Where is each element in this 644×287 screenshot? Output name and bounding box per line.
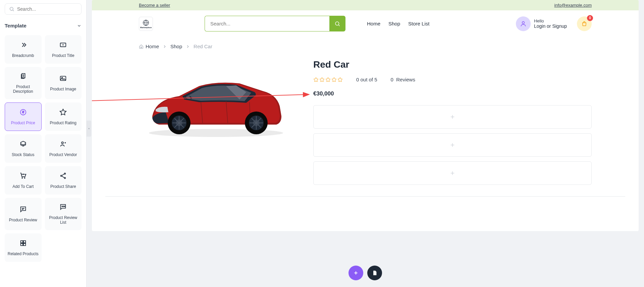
price-icon xyxy=(19,109,27,116)
template-card-label: Product Description xyxy=(7,84,39,94)
plus-icon xyxy=(449,142,455,148)
product-price: €30,000 xyxy=(313,90,592,97)
stock-icon xyxy=(19,140,27,148)
become-seller-link[interactable]: Become a seller xyxy=(139,3,170,8)
top-banner: Become a seller info@example.com xyxy=(92,0,639,10)
template-card-product-review[interactable]: Product Review xyxy=(5,198,42,230)
breadcrumb: Home Shop Red Car xyxy=(92,37,639,53)
preview-canvas: Become a seller info@example.com Marketp… xyxy=(92,0,639,231)
template-card-label: Product Image xyxy=(50,87,76,91)
rating-icon xyxy=(59,109,67,116)
plus-icon xyxy=(449,114,455,120)
product-title: Red Car xyxy=(313,59,592,70)
template-card-product-price[interactable]: Product Price xyxy=(5,102,42,131)
plus-icon xyxy=(353,270,359,276)
template-card-label: Product Review List xyxy=(48,215,79,225)
placeholder-block-2[interactable] xyxy=(313,133,592,157)
chevron-left-icon xyxy=(88,127,90,130)
template-card-product-share[interactable]: Product Share xyxy=(45,166,82,195)
breadcrumb-icon xyxy=(19,41,27,49)
main-search-input[interactable] xyxy=(205,16,329,31)
placeholder-block-3[interactable] xyxy=(313,161,592,185)
svg-point-17 xyxy=(335,22,339,25)
grid-icon xyxy=(19,239,27,247)
cart-icon xyxy=(19,172,27,180)
svg-rect-15 xyxy=(23,243,25,245)
template-card-label: Product Rating xyxy=(50,121,76,125)
nav-home[interactable]: Home xyxy=(367,21,380,26)
svg-rect-13 xyxy=(23,240,25,242)
placeholder-block-1[interactable] xyxy=(313,105,592,129)
hello-text: Hello xyxy=(534,18,567,23)
star-icon xyxy=(319,77,325,82)
template-card-label: Stock Status xyxy=(12,152,34,157)
bag-icon xyxy=(581,21,587,27)
template-card-breadcrumb[interactable]: Breadcrumb xyxy=(5,35,42,64)
user-avatar[interactable] xyxy=(516,16,531,31)
template-card-product-image[interactable]: Product Image xyxy=(45,67,82,99)
star-icon xyxy=(325,77,331,82)
add-fab[interactable] xyxy=(348,266,363,280)
main-search-button[interactable] xyxy=(329,16,345,31)
template-card-stock-status[interactable]: Stock Status xyxy=(5,134,42,163)
template-card-label: Product Review xyxy=(9,218,37,222)
sidebar-search-input[interactable] xyxy=(17,6,77,12)
chevron-down-icon xyxy=(77,23,82,28)
breadcrumb-home[interactable]: Home xyxy=(139,44,159,49)
nav-shop[interactable]: Shop xyxy=(388,21,400,26)
star-icon xyxy=(337,77,343,82)
template-card-label: Product Title xyxy=(52,53,74,58)
car-illustration xyxy=(139,69,293,143)
home-icon xyxy=(139,44,144,49)
plus-icon xyxy=(449,170,455,176)
rating-text: 0 out of 5 xyxy=(356,77,377,82)
chevron-right-icon xyxy=(185,44,190,49)
title-icon xyxy=(59,41,67,49)
svg-point-8 xyxy=(64,177,66,178)
svg-rect-12 xyxy=(20,240,22,242)
template-card-product-title[interactable]: Product Title xyxy=(45,35,82,64)
page-icon xyxy=(372,270,377,276)
template-section-header[interactable]: Template xyxy=(5,20,82,31)
template-card-product-vendor[interactable]: Product Vendor xyxy=(45,134,82,163)
reviews-text: 0 Reviews xyxy=(391,77,415,82)
sidebar-search[interactable] xyxy=(5,3,82,15)
template-card-product-rating[interactable]: Product Rating xyxy=(45,102,82,131)
contact-email-link[interactable]: info@example.com xyxy=(554,3,592,8)
template-card-label: Product Vendor xyxy=(49,152,77,157)
sidebar-collapse-handle[interactable] xyxy=(87,121,91,137)
description-icon xyxy=(19,72,27,80)
search-icon xyxy=(334,21,340,27)
star-icon xyxy=(331,77,337,82)
site-logo[interactable]: Marketplace xyxy=(139,17,153,31)
template-card-label: Product Share xyxy=(50,184,76,189)
rating-stars xyxy=(313,77,343,82)
star-icon xyxy=(313,77,319,82)
review-icon xyxy=(19,206,27,213)
template-card-product-review-list[interactable]: Product Review List xyxy=(45,198,82,230)
cart-button[interactable]: 0 xyxy=(577,16,592,31)
svg-rect-14 xyxy=(20,243,22,245)
user-greeting[interactable]: Hello Login or Signup xyxy=(534,18,567,29)
template-card-product-description[interactable]: Product Description xyxy=(5,67,42,99)
template-section-title: Template xyxy=(5,23,26,28)
logo-text: Marketplace xyxy=(140,26,152,28)
template-card-label: Breadcrumb xyxy=(12,53,34,58)
page-fab[interactable] xyxy=(367,266,382,280)
template-card-add-to-cart[interactable]: Add To Cart xyxy=(5,166,42,195)
svg-point-7 xyxy=(61,175,62,176)
product-image xyxy=(139,59,293,153)
svg-point-0 xyxy=(10,7,13,10)
nav-store-list[interactable]: Store List xyxy=(408,21,429,26)
globe-icon xyxy=(142,19,150,26)
svg-point-6 xyxy=(64,173,66,174)
breadcrumb-current: Red Car xyxy=(194,44,212,49)
share-icon xyxy=(59,172,67,180)
user-icon xyxy=(520,20,527,27)
search-icon xyxy=(9,6,14,12)
bottom-divider xyxy=(105,196,625,197)
svg-point-9 xyxy=(62,206,63,207)
breadcrumb-shop[interactable]: Shop xyxy=(170,44,182,49)
template-card-related-products[interactable]: Related Products xyxy=(5,233,42,262)
chevron-right-icon xyxy=(162,44,167,49)
